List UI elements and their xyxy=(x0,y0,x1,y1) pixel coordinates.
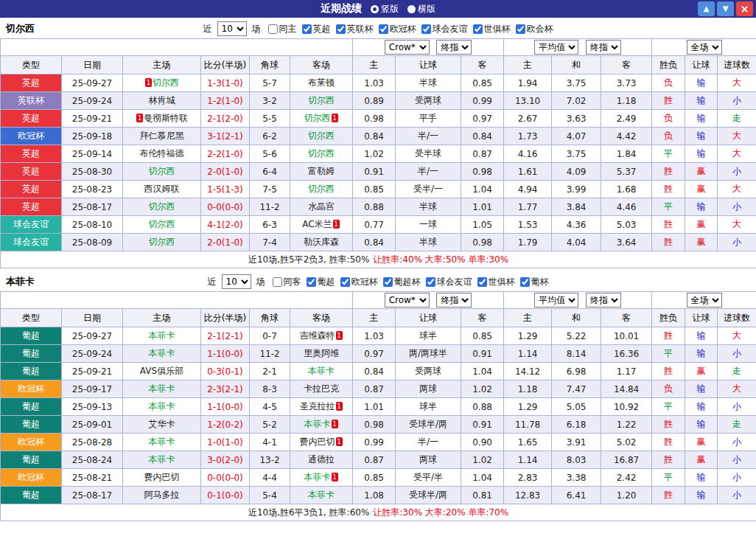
result-goals: 走 xyxy=(718,416,756,434)
red-card-badge: 1 xyxy=(332,420,338,428)
filter-checkbox[interactable]: 欧冠杯 xyxy=(340,276,378,288)
league-badge: 欧冠杯 xyxy=(1,380,62,398)
final-odds-select[interactable]: 终指 xyxy=(436,40,472,55)
home-team-cell: 1曼彻斯特联 xyxy=(123,110,201,128)
column-header: 日期 xyxy=(62,309,123,327)
match-date: 25-09-01 xyxy=(62,416,123,434)
handicap-line: 球半 xyxy=(396,327,461,345)
filter-checkbox[interactable]: 英联杯 xyxy=(336,23,374,35)
checkbox-input[interactable] xyxy=(302,24,312,34)
team-name: 本菲卡 xyxy=(149,437,175,447)
checkbox-input[interactable] xyxy=(268,24,278,34)
column-header: 让球 xyxy=(685,56,718,74)
result-outcome: 平 xyxy=(652,398,685,416)
result-outcome: 胜 xyxy=(652,181,685,198)
scope-select[interactable]: 全场 xyxy=(687,40,722,55)
checkbox-label: 同客 xyxy=(284,276,301,288)
average-odds-select[interactable]: 平均值 xyxy=(534,293,578,307)
column-header: 主 xyxy=(353,309,396,327)
handicap-away-odds: 0.87 xyxy=(461,145,504,163)
checkbox-label: 英超 xyxy=(313,23,331,35)
handicap-line: 半/一 xyxy=(396,163,461,181)
match-date: 25-09-21 xyxy=(62,363,123,380)
column-header: 主 xyxy=(353,56,396,74)
filter-checkbox[interactable]: 葡超 xyxy=(307,276,335,288)
match-row: 欧冠杯25-08-28本菲卡1-0(1-0)4-1费内巴切10.99半/一0.9… xyxy=(1,434,756,451)
move-down-button[interactable]: ▼ xyxy=(717,1,734,16)
title-bar-center: 近期战绩 竖版 横版 xyxy=(0,2,756,15)
column-header-row: 类型日期主场比分(半场)角球客场主让球客主和客胜负让球进球数 xyxy=(1,56,756,74)
league-badge: 葡超 xyxy=(1,451,62,469)
checkbox-input[interactable] xyxy=(473,24,483,34)
team-name: 勒沃库森 xyxy=(304,237,339,247)
window-buttons: ▲ ▼ × xyxy=(698,1,753,16)
filter-checkbox[interactable]: 英超 xyxy=(302,23,331,35)
league-badge: 葡超 xyxy=(1,487,62,504)
filter-checkbox[interactable]: 球会友谊 xyxy=(421,23,468,35)
odds-company-select[interactable]: Crow* xyxy=(385,293,430,307)
close-button[interactable]: × xyxy=(736,1,753,16)
filter-checkbox[interactable]: 同主 xyxy=(268,23,297,35)
checkbox-input[interactable] xyxy=(516,24,525,34)
radio-horizontal-layout[interactable]: 横版 xyxy=(407,3,435,15)
column-header: 类型 xyxy=(1,56,62,74)
recent-count-select[interactable]: 10 xyxy=(217,21,247,36)
handicap-away-odds: 1.04 xyxy=(461,181,504,198)
corner-score: 7-4 xyxy=(250,234,290,251)
team-name: 富勒姆 xyxy=(308,166,335,176)
filter-checkbox[interactable]: 葡超杯 xyxy=(383,276,421,288)
summary-text: 近10场,胜5平2负3, 胜率:50% xyxy=(248,254,369,265)
filter-checkbox[interactable]: 同客 xyxy=(273,276,301,288)
average-odds-select[interactable]: 平均值 xyxy=(534,40,578,55)
radio-vertical-layout[interactable]: 竖版 xyxy=(371,3,399,15)
euro-home-odds: 1.94 xyxy=(504,74,552,92)
checkbox-input[interactable] xyxy=(383,277,393,287)
odds-company-select[interactable]: Crow* xyxy=(385,40,430,55)
team-name: 切尔西 xyxy=(308,95,335,105)
league-badge: 欧冠杯 xyxy=(1,469,62,487)
filter-checkbox[interactable]: 球会友谊 xyxy=(426,276,472,288)
team-name: 通德拉 xyxy=(308,454,335,465)
checkbox-input[interactable] xyxy=(336,24,346,34)
checkbox-input[interactable] xyxy=(520,277,530,287)
match-score: 2-1(2-1) xyxy=(201,327,250,345)
scope-select[interactable]: 全场 xyxy=(687,293,722,307)
column-header: 让球 xyxy=(685,309,718,327)
checkbox-input[interactable] xyxy=(307,277,316,287)
euro-draw-odds: 6.18 xyxy=(552,416,601,434)
final-odds-select[interactable]: 终指 xyxy=(436,293,472,307)
filter-checkbox[interactable]: 世俱杯 xyxy=(473,23,511,35)
team-name: 吉维森特 xyxy=(300,330,335,341)
match-date: 25-08-21 xyxy=(62,469,123,487)
result-handicap: 赢 xyxy=(685,163,718,181)
euro-home-odds: 1.65 xyxy=(504,434,552,451)
league-badge: 葡超 xyxy=(1,327,62,345)
checkbox-input[interactable] xyxy=(273,277,282,287)
recent-count-select[interactable]: 10 xyxy=(222,274,251,289)
checkbox-input[interactable] xyxy=(477,277,487,287)
filter-checkbox[interactable]: 世俱杯 xyxy=(477,276,515,288)
final-odds-select[interactable]: 终指 xyxy=(586,293,621,307)
home-team-cell: 林肯城 xyxy=(123,92,201,110)
column-header: 让球 xyxy=(396,56,461,74)
handicap-line: 球半 xyxy=(396,398,461,416)
checkbox-label: 球会友谊 xyxy=(433,23,468,35)
checkbox-input[interactable] xyxy=(379,24,388,34)
filter-checkbox[interactable]: 欧冠杯 xyxy=(379,23,416,35)
filter-checkbox[interactable]: 欧会杯 xyxy=(516,23,553,35)
result-handicap: 赢 xyxy=(685,234,718,251)
team-name: 切尔西 xyxy=(149,201,175,212)
away-team-cell: 通德拉 xyxy=(290,451,353,469)
handicap-line: 两球 xyxy=(396,380,461,398)
result-handicap: 赢 xyxy=(685,451,718,469)
checkbox-input[interactable] xyxy=(340,277,350,287)
final-odds-select[interactable]: 终指 xyxy=(586,40,621,55)
euro-draw-odds: 4.09 xyxy=(552,163,601,181)
checkbox-input[interactable] xyxy=(421,24,431,34)
move-up-button[interactable]: ▲ xyxy=(698,1,715,16)
team-name: 切尔西 xyxy=(308,184,335,194)
checkbox-input[interactable] xyxy=(426,277,435,287)
euro-draw-odds: 4.07 xyxy=(552,128,601,145)
filter-checkbox[interactable]: 葡杯 xyxy=(520,276,549,288)
column-header: 比分(半场) xyxy=(201,309,250,327)
